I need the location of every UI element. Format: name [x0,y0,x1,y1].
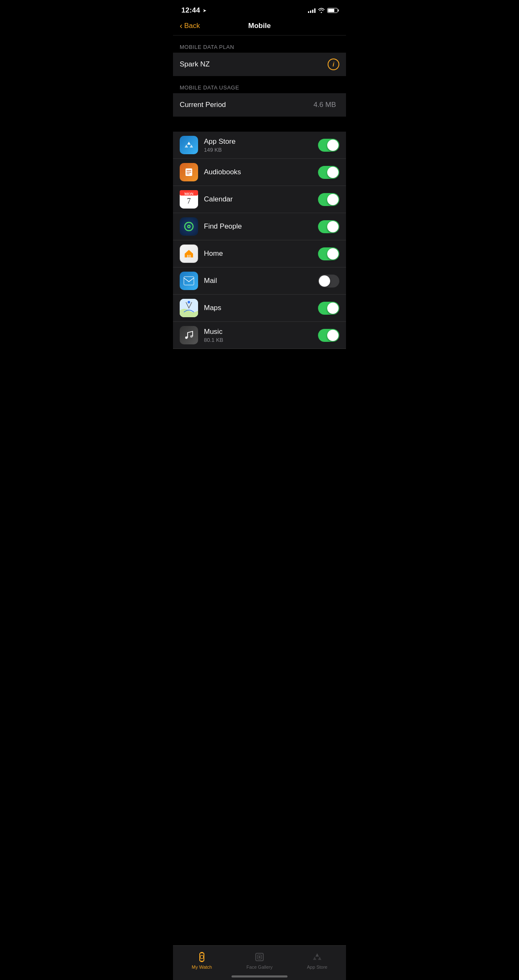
page-title: Mobile [248,22,271,30]
music-size: 80.1 KB [204,337,318,343]
svg-text:MON: MON [184,192,193,196]
home-name: Home [204,249,318,258]
info-button[interactable]: i [328,59,339,70]
app-row-calendar: MON 7 Calendar [173,186,346,213]
maps-name: Maps [204,304,318,312]
back-button[interactable]: ‹ Back [180,21,200,31]
app-row-mail: Mail [173,267,346,295]
findpeople-toggle[interactable] [318,220,339,233]
status-time: 12:44 [181,6,200,15]
calendar-info: Calendar [204,195,318,204]
findpeople-info: Find People [204,222,318,231]
svg-rect-10 [184,277,194,285]
back-chevron-icon: ‹ [180,21,183,31]
app-row-music: Music 80.1 KB [173,322,346,349]
app-row-home: Home [173,240,346,267]
audiobooks-icon [180,163,198,181]
app-row-findpeople: Find People [173,213,346,240]
status-bar: 12:44 ➤ [173,0,346,18]
mail-info: Mail [204,277,318,285]
mobile-usage-section-header: MOBILE DATA USAGE [173,76,346,93]
app-row-audiobooks: Audiobooks [173,159,346,186]
battery-icon [327,8,338,13]
music-toggle[interactable] [318,329,339,342]
appstore-size: 149 KB [204,147,318,153]
appstore-toggle[interactable] [318,139,339,152]
appstore-icon [180,136,198,154]
mobile-plan-section-header: MOBILE DATA PLAN [173,36,346,53]
mobile-usage-section: Current Period 4.6 MB [173,93,346,117]
calendar-name: Calendar [204,195,318,204]
audiobooks-toggle[interactable] [318,166,339,179]
music-info: Music 80.1 KB [204,328,318,343]
home-info: Home [204,249,318,258]
app-list: App Store 149 KB Audiobooks [173,132,346,349]
current-period-row: Current Period 4.6 MB [173,93,346,117]
calendar-icon: MON 7 [180,190,198,209]
maps-info: Maps [204,304,318,312]
home-toggle[interactable] [318,247,339,260]
mail-name: Mail [204,277,318,285]
status-icons [308,8,338,13]
nav-header: ‹ Back Mobile [173,18,346,36]
appstore-name: App Store [204,137,318,146]
music-name: Music [204,328,318,336]
appstore-info: App Store 149 KB [204,137,318,153]
mail-icon [180,272,198,290]
svg-rect-9 [188,255,190,257]
app-row-appstore: App Store 149 KB [173,132,346,159]
svg-point-8 [188,226,190,227]
signal-icon [308,8,315,13]
carrier-name: Spark NZ [180,60,328,69]
audiobooks-name: Audiobooks [204,168,318,176]
mobile-plan-section: Spark NZ i [173,53,346,76]
current-period-label: Current Period [180,101,313,109]
audiobooks-info: Audiobooks [204,168,318,176]
findpeople-icon [180,217,198,236]
back-label: Back [184,22,200,30]
section-gap [173,117,346,132]
location-arrow-icon: ➤ [203,8,206,13]
main-content: MOBILE DATA PLAN Spark NZ i MOBILE DATA … [173,36,346,391]
home-icon [180,244,198,263]
svg-point-12 [188,301,190,303]
findpeople-name: Find People [204,222,318,231]
carrier-row: Spark NZ i [173,53,346,76]
current-period-value: 4.6 MB [313,101,336,109]
mail-toggle[interactable] [318,275,339,288]
app-row-maps: Maps [173,295,346,322]
maps-icon [180,299,198,317]
svg-text:7: 7 [187,197,191,205]
wifi-icon [318,8,325,13]
music-icon [180,326,198,344]
maps-toggle[interactable] [318,302,339,315]
calendar-toggle[interactable] [318,193,339,206]
